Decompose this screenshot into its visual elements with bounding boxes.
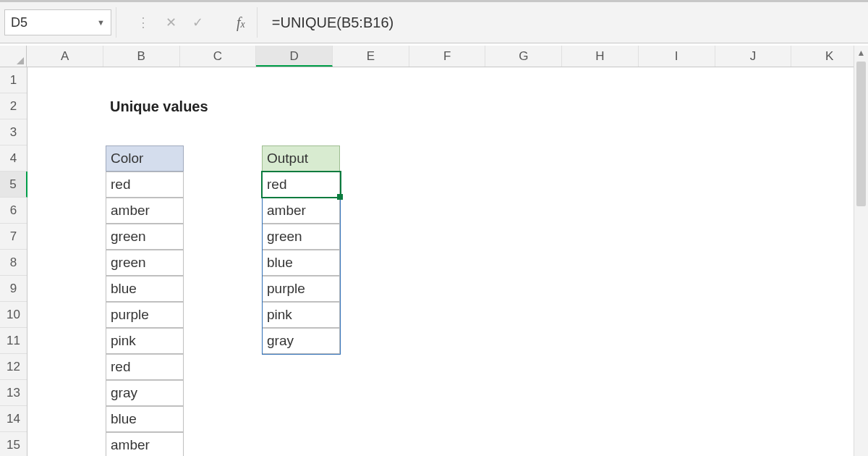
- vertical-scrollbar[interactable]: ▲: [854, 46, 868, 456]
- row-header-8[interactable]: 8: [0, 250, 27, 276]
- row-header-3[interactable]: 3: [0, 119, 27, 145]
- col-header-D[interactable]: D: [256, 46, 333, 67]
- cell-B10[interactable]: purple: [106, 302, 184, 328]
- row-header-7[interactable]: 7: [0, 224, 27, 250]
- formula-buttons: ⋮ ✕ ✓ fx: [137, 14, 252, 31]
- col-header-J[interactable]: J: [715, 46, 792, 67]
- formula-text: =UNIQUE(B5:B16): [272, 14, 393, 31]
- cell-B12[interactable]: red: [106, 354, 184, 380]
- cell-B2-title[interactable]: Unique values: [106, 93, 323, 119]
- divider: [116, 7, 116, 38]
- more-icon[interactable]: ⋮: [137, 14, 150, 30]
- col-header-C[interactable]: C: [180, 46, 257, 67]
- cancel-icon[interactable]: ✕: [166, 14, 176, 30]
- cell-D10[interactable]: pink: [262, 302, 340, 328]
- name-box-value: D5: [11, 15, 27, 30]
- row-header-10[interactable]: 10: [0, 302, 27, 328]
- select-all-corner[interactable]: [0, 46, 27, 67]
- cell-D4-output-header[interactable]: Output: [262, 145, 340, 172]
- row-header-13[interactable]: 13: [0, 380, 27, 406]
- cell-B5[interactable]: red: [106, 172, 184, 198]
- row-header-6[interactable]: 6: [0, 198, 27, 224]
- grid-body: 1 2 3 4 5 6 7 8 9 10 11 12 13 14 15 Uniq…: [0, 67, 868, 456]
- cell-D5[interactable]: red: [262, 172, 340, 198]
- col-header-I[interactable]: I: [639, 46, 715, 67]
- col-header-H[interactable]: H: [562, 46, 639, 67]
- cell-D11[interactable]: gray: [262, 328, 340, 354]
- col-header-A[interactable]: A: [27, 46, 103, 67]
- cell-B14[interactable]: blue: [106, 406, 184, 432]
- cell-B11[interactable]: pink: [106, 328, 184, 354]
- cell-D6[interactable]: amber: [262, 198, 340, 224]
- col-header-G[interactable]: G: [485, 46, 562, 67]
- cell-B4-color-header[interactable]: Color: [106, 145, 184, 172]
- row-header-12[interactable]: 12: [0, 354, 27, 380]
- cell-D8[interactable]: blue: [262, 250, 340, 276]
- formula-bar: D5 ▼ ⋮ ✕ ✓ fx =UNIQUE(B5:B16): [0, 2, 868, 43]
- formula-input[interactable]: =UNIQUE(B5:B16): [262, 9, 868, 35]
- enter-icon[interactable]: ✓: [192, 14, 203, 30]
- spreadsheet-grid: A B C D E F G H I J K 1 2 3 4 5 6 7 8 9 …: [0, 46, 868, 456]
- row-header-2[interactable]: 2: [0, 93, 27, 119]
- row-header-11[interactable]: 11: [0, 328, 27, 354]
- col-header-F[interactable]: F: [409, 46, 486, 67]
- col-header-E[interactable]: E: [333, 46, 409, 67]
- column-header-row: A B C D E F G H I J K: [0, 46, 868, 67]
- row-header-14[interactable]: 14: [0, 406, 27, 432]
- row-header-4[interactable]: 4: [0, 145, 27, 172]
- name-box[interactable]: D5 ▼: [4, 9, 111, 35]
- cell-D9[interactable]: purple: [262, 276, 340, 302]
- divider: [257, 7, 258, 38]
- row-header-9[interactable]: 9: [0, 276, 27, 302]
- row-header-column: 1 2 3 4 5 6 7 8 9 10 11 12 13 14 15: [0, 67, 27, 456]
- row-header-5[interactable]: 5: [0, 172, 27, 198]
- cells-layer[interactable]: Unique values Color Output red amber gre…: [27, 67, 868, 456]
- scroll-up-icon[interactable]: ▲: [854, 46, 868, 60]
- fx-icon[interactable]: fx: [237, 14, 245, 31]
- dropdown-icon[interactable]: ▼: [97, 18, 105, 27]
- col-header-B[interactable]: B: [103, 46, 180, 67]
- cell-B8[interactable]: green: [106, 250, 184, 276]
- cell-B15[interactable]: amber: [106, 432, 184, 456]
- scroll-thumb[interactable]: [856, 62, 866, 206]
- cell-B7[interactable]: green: [106, 224, 184, 250]
- row-header-15[interactable]: 15: [0, 432, 27, 456]
- row-header-1[interactable]: 1: [0, 67, 27, 93]
- cell-B13[interactable]: gray: [106, 380, 184, 406]
- cell-D7[interactable]: green: [262, 224, 340, 250]
- cell-B6[interactable]: amber: [106, 198, 184, 224]
- cell-B9[interactable]: blue: [106, 276, 184, 302]
